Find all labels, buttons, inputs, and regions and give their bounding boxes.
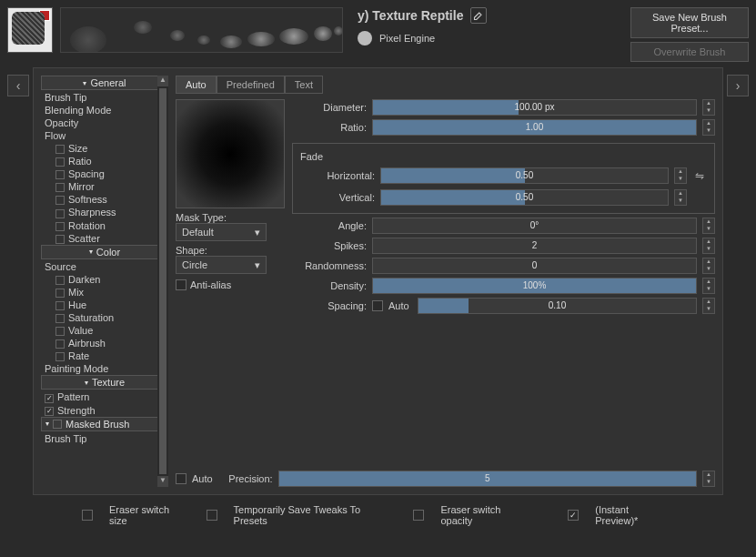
sidebar-item-source[interactable]: Source <box>41 260 168 273</box>
precision-auto-label: Auto <box>192 473 213 484</box>
scroll-down-icon[interactable]: ▼ <box>157 476 168 487</box>
vertical-slider[interactable]: 0.50 <box>380 189 669 206</box>
sidebar-item-rate[interactable]: Rate <box>41 349 168 362</box>
prev-preset-button[interactable]: ‹ <box>7 75 29 96</box>
sidebar-item-brush-tip[interactable]: Brush Tip <box>41 91 168 104</box>
section-masked-brush[interactable]: ▾Masked Brush <box>41 417 168 431</box>
engine-label: Pixel Engine <box>379 33 435 44</box>
mask-type-label: Mask Type: <box>176 212 285 223</box>
horizontal-spinner[interactable]: ▲▼ <box>674 167 687 184</box>
sidebar-item-painting-mode[interactable]: Painting Mode <box>41 362 168 375</box>
spacing-auto-checkbox[interactable] <box>372 300 383 311</box>
brush-thumbnail[interactable] <box>7 7 53 53</box>
density-spinner[interactable]: ▲▼ <box>702 278 715 294</box>
spacing-spinner[interactable]: ▲▼ <box>702 298 715 314</box>
next-preset-button[interactable]: › <box>727 75 749 96</box>
sidebar-item-rotation[interactable]: Rotation <box>41 219 168 232</box>
ratio-slider[interactable]: 1.00 <box>372 119 697 136</box>
spacing-label: Spacing: <box>292 300 367 311</box>
sidebar-item-sharpness[interactable]: Sharpness <box>41 206 168 218</box>
randomness-spinner[interactable]: ▲▼ <box>702 258 715 274</box>
sidebar-item-scatter[interactable]: Scatter <box>41 232 168 245</box>
sidebar-item-hue[interactable]: Hue <box>41 299 168 311</box>
sidebar-item-blending-mode[interactable]: Blending Mode <box>41 104 168 116</box>
section-general[interactable]: ▾General <box>41 76 168 90</box>
stroke-preview <box>60 7 343 53</box>
sidebar-item-flow[interactable]: Flow <box>41 129 168 142</box>
sidebar-item-saturation[interactable]: Saturation <box>41 311 168 324</box>
sidebar-item-airbrush[interactable]: Airbrush <box>41 337 168 349</box>
section-color[interactable]: ▾Color <box>41 245 168 259</box>
overwrite-brush-button[interactable]: Overwrite Brush <box>630 42 749 62</box>
scrollbar-thumb[interactable] <box>159 88 166 474</box>
spikes-slider[interactable]: 2 <box>372 238 697 254</box>
tab-auto[interactable]: Auto <box>176 76 217 94</box>
antialias-checkbox[interactable] <box>176 279 186 290</box>
horizontal-label: Horizontal: <box>300 170 375 181</box>
sidebar-item-size[interactable]: Size <box>41 142 168 155</box>
sidebar-item-opacity[interactable]: Opacity <box>41 116 168 129</box>
spacing-slider[interactable]: 0.10 <box>418 298 697 314</box>
angle-label: Angle: <box>292 220 367 231</box>
tip-preview <box>176 99 285 208</box>
diameter-label: Diameter: <box>292 102 367 113</box>
sidebar-item-brush-tip-2[interactable]: Brush Tip <box>41 432 168 445</box>
rename-button[interactable] <box>470 7 487 24</box>
section-texture[interactable]: ▾Texture <box>41 375 168 390</box>
precision-label: Precision: <box>218 473 273 484</box>
precision-auto-checkbox[interactable] <box>176 473 186 484</box>
antialias-label: Anti-alias <box>190 279 231 290</box>
settings-panel: ▾General Brush Tip Blending Mode Opacity… <box>33 67 723 495</box>
vertical-spinner[interactable]: ▲▼ <box>674 189 687 206</box>
density-label: Density: <box>292 280 367 291</box>
link-icon[interactable]: ⇋ <box>692 169 707 182</box>
sidebar-item-ratio[interactable]: Ratio <box>41 155 168 167</box>
precision-slider[interactable]: 5 <box>278 471 697 487</box>
instant-preview-checkbox[interactable] <box>568 510 579 521</box>
eraser-opacity-checkbox[interactable] <box>413 510 424 521</box>
randomness-label: Randomness: <box>292 260 367 271</box>
sidebar-item-mix[interactable]: Mix <box>41 286 168 299</box>
sidebar-scrollbar[interactable]: ▲ ▼ <box>157 76 168 487</box>
engine-icon <box>358 31 372 46</box>
collapse-icon: ▾ <box>83 79 86 87</box>
preset-marker-icon <box>39 10 50 21</box>
vertical-label: Vertical: <box>300 192 375 203</box>
fade-group: Fade Horizontal: 0.50 ▲▼ ⇋ Vertical: 0.5… <box>292 143 715 214</box>
save-preset-button[interactable]: Save New Brush Preset... <box>630 7 749 38</box>
diameter-slider[interactable]: 100.00 px <box>372 99 697 116</box>
tab-text[interactable]: Text <box>285 76 323 94</box>
pencil-icon <box>473 10 484 21</box>
eraser-size-label: Eraser switch size <box>109 504 190 526</box>
instant-preview-label: (Instant Preview)* <box>595 504 674 526</box>
sidebar-item-spacing[interactable]: Spacing <box>41 167 168 180</box>
sidebar-item-strength[interactable]: Strength <box>41 404 168 417</box>
eraser-opacity-label: Eraser switch opacity <box>440 504 535 526</box>
density-slider[interactable]: 100% <box>372 278 697 294</box>
mask-type-combo[interactable]: Default▾ <box>176 223 267 241</box>
horizontal-slider[interactable]: 0.50 <box>380 167 669 184</box>
collapse-icon: ▾ <box>85 379 88 387</box>
ratio-spinner[interactable]: ▲▼ <box>702 119 715 136</box>
randomness-slider[interactable]: 0 <box>372 258 697 274</box>
sidebar-item-pattern[interactable]: Pattern <box>41 390 168 403</box>
scroll-up-icon[interactable]: ▲ <box>157 76 168 86</box>
diameter-spinner[interactable]: ▲▼ <box>702 99 715 116</box>
eraser-size-checkbox[interactable] <box>82 510 93 521</box>
shape-combo[interactable]: Circle▾ <box>176 256 267 274</box>
spikes-spinner[interactable]: ▲▼ <box>702 238 715 254</box>
temp-save-label: Temporarily Save Tweaks To Presets <box>234 504 398 526</box>
sidebar-item-darken[interactable]: Darken <box>41 273 168 286</box>
temp-save-checkbox[interactable] <box>207 510 217 521</box>
collapse-icon: ▾ <box>89 248 93 256</box>
sidebar-item-value[interactable]: Value <box>41 324 168 337</box>
precision-spinner[interactable]: ▲▼ <box>702 471 715 487</box>
angle-slider[interactable]: 0° <box>372 218 697 234</box>
spacing-auto-label: Auto <box>388 300 412 311</box>
angle-spinner[interactable]: ▲▼ <box>702 218 715 234</box>
tab-predefined[interactable]: Predefined <box>217 76 285 94</box>
sidebar-item-mirror[interactable]: Mirror <box>41 180 168 193</box>
shape-label: Shape: <box>176 245 285 256</box>
sidebar-item-softness[interactable]: Softness <box>41 193 168 206</box>
ratio-label: Ratio: <box>292 122 367 133</box>
